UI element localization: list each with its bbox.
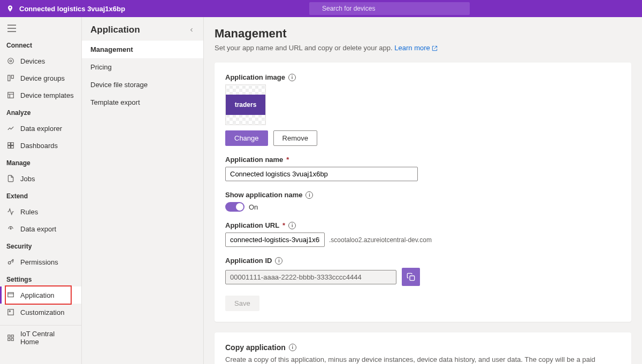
show-name-label: Show application name i (225, 191, 621, 199)
explorer-icon (6, 124, 15, 133)
toggle-state: On (249, 203, 258, 211)
nav-device-templates[interactable]: Device templates (0, 87, 81, 104)
change-button[interactable]: Change (225, 130, 268, 146)
sub-nav: Application Management Pricing Device fi… (82, 17, 204, 364)
svg-point-0 (8, 58, 14, 64)
groups-icon (6, 74, 15, 82)
svg-rect-10 (8, 292, 14, 297)
home-icon (6, 334, 15, 342)
app-name-label: Application name* (225, 156, 621, 164)
copy-application-card: Copy application i Create a copy of this… (215, 332, 631, 364)
svg-rect-7 (8, 146, 11, 149)
nav-section-security: Security (0, 237, 81, 253)
nav-iot-central-home[interactable]: IoT Central Home (0, 326, 81, 350)
nav-permissions[interactable]: Permissions (0, 253, 81, 270)
copy-id-button[interactable] (402, 268, 420, 286)
nav-section-connect: Connect (0, 36, 81, 52)
info-icon: i (305, 191, 313, 199)
app-url-suffix: .scootaloo2.azureiotcentral-dev.com (329, 236, 432, 244)
svg-rect-5 (8, 143, 11, 145)
svg-rect-17 (410, 276, 415, 281)
nav-section-manage: Manage (0, 154, 81, 170)
svg-rect-16 (11, 338, 13, 340)
export-icon (6, 224, 15, 233)
nav-data-export[interactable]: Data export (0, 220, 81, 237)
top-bar: Connected logistics 3vuaj1x6bp (0, 0, 642, 17)
copy-app-description: Create a copy of this application, minus… (225, 355, 621, 364)
application-icon (6, 291, 15, 299)
search-container (309, 2, 470, 15)
page-subtitle: Set your app name and URL and copy or de… (215, 44, 631, 52)
nav-device-groups[interactable]: Device groups (0, 69, 81, 87)
page-title: Management (215, 27, 631, 41)
nav-rules[interactable]: Rules (0, 203, 81, 220)
save-button[interactable]: Save (225, 296, 259, 311)
remove-button[interactable]: Remove (273, 130, 317, 146)
svg-rect-3 (11, 75, 13, 79)
nav-section-settings: Settings (0, 270, 81, 286)
subnav-management[interactable]: Management (82, 41, 203, 58)
hamburger-icon[interactable] (0, 20, 81, 36)
subnav-header: Application (82, 17, 203, 41)
dashboards-icon (6, 141, 15, 150)
app-image-preview: traders (225, 84, 266, 125)
customization-icon (6, 308, 15, 316)
svg-rect-13 (8, 335, 10, 337)
copy-app-title: Copy application i (225, 343, 621, 352)
nav-section-extend: Extend (0, 187, 81, 203)
nav-devices[interactable]: Devices (0, 52, 81, 69)
subnav-title: Application (90, 25, 140, 35)
info-icon: i (289, 344, 296, 351)
svg-rect-14 (11, 335, 13, 337)
nav-data-explorer[interactable]: Data explorer (0, 120, 81, 137)
svg-rect-15 (8, 338, 10, 340)
chevron-left-icon[interactable] (188, 27, 195, 33)
svg-rect-2 (8, 75, 10, 81)
learn-more-link[interactable]: Learn more (394, 44, 438, 52)
svg-rect-6 (11, 143, 14, 145)
subnav-device-file-storage[interactable]: Device file storage (82, 76, 203, 94)
app-image-text: traders (226, 95, 265, 115)
info-icon: i (288, 222, 296, 229)
svg-point-1 (10, 60, 12, 62)
app-image-label: Application image i (225, 73, 621, 81)
management-card: Application image i traders Change Remov… (215, 63, 631, 322)
app-name-input[interactable] (225, 167, 418, 181)
search-input[interactable] (309, 2, 470, 15)
nav-application[interactable]: Application (0, 286, 81, 304)
info-icon: i (288, 74, 296, 81)
main-content: Management Set your app name and URL and… (204, 17, 642, 364)
nav-jobs[interactable]: Jobs (0, 170, 81, 187)
subnav-pricing[interactable]: Pricing (82, 58, 203, 76)
show-name-toggle[interactable] (225, 202, 244, 212)
nav-section-analyze: Analyze (0, 104, 81, 120)
app-id-input (225, 270, 396, 284)
nav-dashboards[interactable]: Dashboards (0, 137, 81, 154)
left-nav: Connect Devices Device groups Device tem… (0, 17, 82, 364)
subnav-template-export[interactable]: Template export (82, 94, 203, 111)
svg-rect-8 (11, 146, 14, 149)
svg-rect-11 (8, 309, 14, 315)
info-icon: i (275, 257, 282, 265)
nav-customization[interactable]: Customization (0, 304, 81, 321)
rules-icon (6, 207, 15, 216)
app-title: Connected logistics 3vuaj1x6bp (19, 5, 125, 13)
app-id-label: Application ID i (225, 257, 621, 265)
app-url-input[interactable] (225, 233, 325, 247)
permissions-icon (6, 258, 15, 266)
svg-rect-4 (8, 92, 14, 98)
devices-icon (6, 57, 15, 65)
app-url-label: Application URL* i (225, 221, 621, 229)
svg-point-12 (9, 311, 10, 312)
templates-icon (6, 91, 15, 99)
jobs-icon (6, 174, 15, 183)
location-icon (6, 5, 14, 12)
